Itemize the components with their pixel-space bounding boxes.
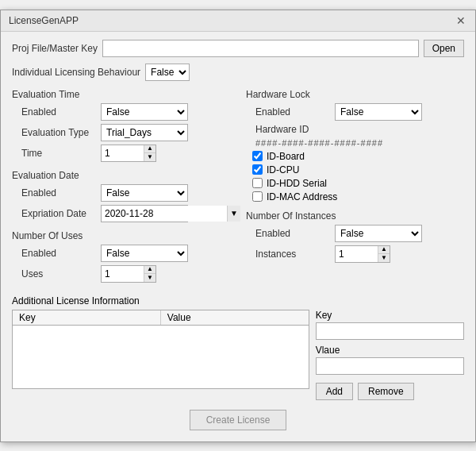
create-license-button[interactable]: Create License: [190, 410, 287, 430]
ilb-label: Individual Licensing Behaviour: [12, 67, 140, 78]
table-container: Key Value: [12, 310, 309, 389]
instances-row: Instances ▲ ▼: [246, 245, 464, 263]
num-instances-enabled-row: Enabled False True: [246, 225, 464, 242]
uses-spin-up[interactable]: ▲: [144, 266, 155, 275]
value-field-input[interactable]: [316, 357, 464, 375]
table-col-key: Key: [13, 310, 161, 325]
uses-input[interactable]: [102, 266, 144, 282]
instances-spinbox: ▲ ▼: [335, 245, 390, 263]
exp-date-label: Expriation Date: [21, 208, 101, 219]
eval-time-enabled-label: Enabled: [21, 106, 101, 118]
num-instances-enabled-select[interactable]: False True: [335, 225, 422, 242]
additional-grid: Key Value Key Vlaue Add Remove: [12, 310, 464, 400]
cb-cpu-label: ID-CPU: [267, 164, 299, 175]
eval-time-enabled-select[interactable]: False True: [101, 103, 188, 121]
num-uses-title: Number Of Uses: [12, 230, 230, 241]
eval-time-input[interactable]: [102, 145, 144, 161]
left-column: Evaluation Time Enabled False True Evalu…: [12, 89, 230, 291]
titlebar: LicenseGenAPP ✕: [1, 10, 475, 32]
table-col-value: Value: [161, 310, 309, 325]
cb-hdd[interactable]: [252, 178, 263, 188]
eval-type-label: Evaluation Type: [21, 127, 101, 138]
hw-lock-enabled-row: Enabled False True: [246, 103, 464, 121]
add-remove-row: Add Remove: [316, 383, 464, 400]
eval-date-enabled-select[interactable]: False True: [101, 184, 188, 202]
eval-time-spinbox: ▲ ▼: [101, 145, 156, 162]
hw-id-row: Hardware ID: [246, 124, 464, 135]
cb-board[interactable]: [252, 151, 263, 161]
add-button[interactable]: Add: [316, 383, 353, 400]
eval-type-row: Evaluation Type Trial_Days Trial_Hours: [12, 124, 230, 141]
eval-time-title: Evaluation Time: [12, 89, 230, 100]
instances-input[interactable]: [336, 246, 378, 262]
eval-time-spin-up[interactable]: ▲: [144, 145, 155, 154]
additional-right-panel: Key Vlaue Add Remove: [316, 310, 464, 400]
cb-cpu[interactable]: [252, 164, 263, 175]
cb-cpu-row: ID-CPU: [246, 164, 464, 175]
eval-date-section: Evaluation Date Enabled False True Expri…: [12, 170, 230, 222]
uses-spin-down[interactable]: ▼: [144, 274, 155, 282]
close-button[interactable]: ✕: [455, 15, 467, 26]
instances-spinbox-btns: ▲ ▼: [378, 246, 390, 262]
cb-mac[interactable]: [252, 191, 263, 202]
additional-title: Additional License Information: [12, 295, 464, 306]
eval-time-spin-down[interactable]: ▼: [144, 153, 155, 161]
hw-lock-section: Hardware Lock Enabled False True Hardwar…: [246, 89, 464, 202]
ilb-row: Individual Licensing Behaviour False Tru…: [12, 64, 464, 81]
window-title: LicenseGenAPP: [9, 15, 79, 26]
cb-hdd-label: ID-HDD Serial: [267, 178, 327, 189]
remove-button[interactable]: Remove: [358, 383, 414, 400]
eval-date-title: Evaluation Date: [12, 170, 230, 181]
instances-spin-down[interactable]: ▼: [378, 254, 390, 262]
right-column: Hardware Lock Enabled False True Hardwar…: [246, 89, 464, 291]
key-value-table: Key Value: [12, 310, 309, 389]
table-header: Key Value: [13, 310, 309, 326]
calendar-icon[interactable]: ▼: [227, 206, 240, 222]
proj-input[interactable]: [102, 40, 419, 57]
cb-mac-label: ID-MAC Address: [267, 191, 337, 202]
num-uses-enabled-select[interactable]: False True: [101, 245, 188, 262]
exp-date-field: ▼: [101, 205, 188, 222]
instances-label: Instances: [255, 249, 335, 260]
key-field-input[interactable]: [316, 322, 464, 340]
uses-label: Uses: [21, 268, 101, 279]
hw-id-value: ####-####-####-####-####: [246, 138, 464, 148]
eval-time-time-label: Time: [21, 148, 101, 159]
num-instances-title: Number Of Instances: [246, 210, 464, 222]
num-instances-section: Number Of Instances Enabled False True I…: [246, 210, 464, 263]
uses-spinbox: ▲ ▼: [101, 265, 156, 283]
eval-date-enabled-row: Enabled False True: [12, 184, 230, 202]
hw-lock-title: Hardware Lock: [246, 89, 464, 100]
content-area: Proj File/Master Key Open Individual Lic…: [1, 32, 475, 441]
proj-label: Proj File/Master Key: [12, 43, 98, 54]
main-window: LicenseGenAPP ✕ Proj File/Master Key Ope…: [0, 10, 476, 442]
cb-hdd-row: ID-HDD Serial: [246, 178, 464, 189]
instances-spin-up[interactable]: ▲: [378, 246, 390, 255]
proj-row: Proj File/Master Key Open: [12, 40, 464, 57]
key-field-label: Key: [316, 310, 464, 321]
exp-date-input[interactable]: [102, 206, 227, 222]
exp-date-row: Expriation Date ▼: [12, 205, 230, 222]
eval-time-enabled-row: Enabled False True: [12, 103, 230, 121]
uses-spinbox-btns: ▲ ▼: [144, 266, 155, 282]
open-button[interactable]: Open: [424, 40, 464, 57]
cb-board-label: ID-Board: [267, 151, 305, 162]
hw-lock-enabled-select[interactable]: False True: [335, 103, 422, 121]
hw-lock-enabled-label: Enabled: [255, 106, 335, 118]
eval-time-time-row: Time ▲ ▼: [12, 145, 230, 162]
num-uses-enabled-label: Enabled: [21, 248, 101, 259]
bottom-row: Create License: [12, 410, 464, 430]
ilb-select[interactable]: False True: [145, 64, 190, 81]
cb-mac-row: ID-MAC Address: [246, 191, 464, 202]
value-field-label: Vlaue: [316, 345, 464, 356]
additional-section: Additional License Information Key Value…: [12, 295, 464, 400]
num-uses-enabled-row: Enabled False True: [12, 245, 230, 262]
num-instances-enabled-label: Enabled: [255, 228, 335, 239]
num-uses-section: Number Of Uses Enabled False True Uses: [12, 230, 230, 283]
uses-row: Uses ▲ ▼: [12, 265, 230, 283]
eval-date-enabled-label: Enabled: [21, 187, 101, 199]
eval-time-spinbox-btns: ▲ ▼: [144, 145, 155, 161]
eval-type-select[interactable]: Trial_Days Trial_Hours: [101, 124, 188, 141]
hw-id-label: Hardware ID: [255, 124, 335, 135]
cb-board-row: ID-Board: [246, 151, 464, 162]
